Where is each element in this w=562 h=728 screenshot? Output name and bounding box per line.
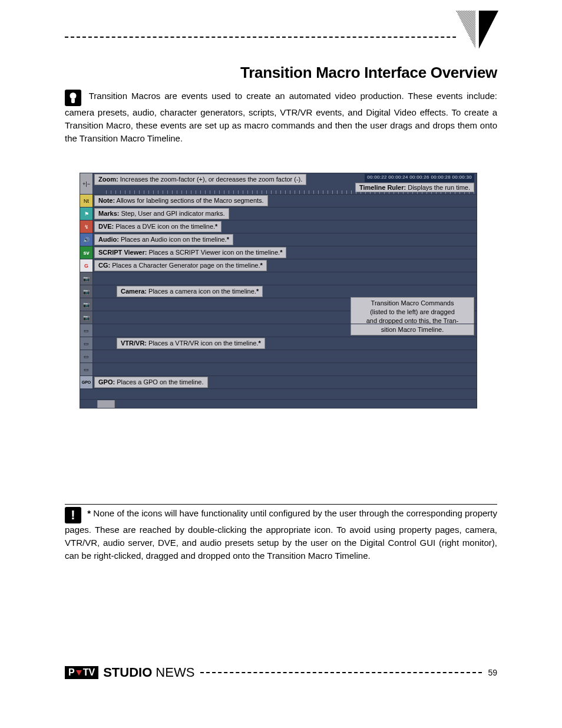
svg-marker-1: [479, 11, 498, 49]
footnote-asterisk: *: [87, 508, 91, 518]
camera-tool-icon[interactable]: 📷: [80, 272, 93, 285]
camera-tool-icon[interactable]: 📷: [80, 298, 93, 311]
vtr-tool-icon[interactable]: ▭: [80, 363, 93, 375]
top-dashed-rule: [65, 37, 497, 38]
note-tool-icon[interactable]: Nt: [80, 195, 93, 207]
row-camera-1: 📷: [80, 272, 477, 285]
vtr-tool-icon[interactable]: ▭: [80, 324, 93, 337]
row-vtr-4: ▭: [80, 363, 477, 376]
footnote-text: None of the icons will have functionalit…: [65, 508, 497, 561]
camera-tool-icon[interactable]: 📷: [80, 311, 93, 324]
footer-brand: STUDIO NEWS: [103, 665, 194, 680]
camera-tool-icon[interactable]: 📷: [80, 285, 93, 298]
row-marks: ⚑ Marks: Step, User and GPI indicator ma…: [80, 207, 477, 220]
row-camera-2: 📷 Camera: Places a camera icon on the ti…: [80, 285, 477, 298]
callout-dve: DVE: Places a DVE icon on the timeline.*: [94, 221, 222, 232]
intro-paragraph: Transition Macros are events used to cre…: [65, 90, 497, 144]
row-camera-3: 📷 Transition Macro Commands (listed to t…: [80, 298, 477, 311]
audio-tool-icon[interactable]: 🔊: [80, 233, 93, 246]
callout-marks: Marks: Step, User and GPI indicator mark…: [94, 208, 229, 219]
dve-tool-icon[interactable]: ↯: [80, 220, 93, 233]
footnote-block: ! * None of the icons will have function…: [65, 504, 497, 562]
lightbulb-icon: [65, 90, 81, 106]
row-scrollbar: [80, 400, 477, 408]
row-gpo: GPO GPO: Places a GPO on the timeline.: [80, 376, 477, 389]
page-title: Transition Macro Interface Overview: [65, 64, 497, 82]
callout-cg: CG: Places a Character Generator page on…: [94, 260, 267, 271]
row-dve: ↯ DVE: Places a DVE icon on the timeline…: [80, 220, 477, 233]
callout-gpo: GPO: Places a GPO on the timeline.: [94, 377, 208, 388]
page-footer: PTV STUDIO NEWS 59: [65, 665, 497, 680]
footer-logo-icon: PTV: [65, 666, 98, 679]
callout-note: Note: Allows for labeling sections of th…: [94, 195, 268, 206]
timeline-ruler: 00:00:22 00:00:24 00:00:26 00:00:28 00:0…: [365, 174, 474, 182]
timeline-screenshot: +|− Zoom: Increases the zoom-factor (+),…: [80, 173, 477, 409]
gpo-tool-icon[interactable]: GPO: [80, 376, 93, 388]
row-header: +|− Zoom: Increases the zoom-factor (+),…: [80, 173, 477, 195]
callout-script: SCRIPT Viewer: Places a SCRIPT Viewer ic…: [94, 247, 286, 258]
svg-marker-0: [456, 11, 475, 49]
callout-zoom: Zoom: Increases the zoom-factor (+), or …: [94, 174, 306, 185]
page-number: 59: [488, 668, 497, 677]
exclamation-icon: !: [65, 507, 81, 523]
row-vtr-3: ▭: [80, 350, 477, 363]
row-audio: 🔊 Audio: Places an Audio icon on the tim…: [80, 233, 477, 246]
row-note: Nt Note: Allows for labeling sections of…: [80, 195, 477, 207]
intro-text: Transition Macros are events used to cre…: [65, 91, 497, 143]
zoom-tool-icon[interactable]: +|−: [80, 173, 93, 194]
row-script: sv SCRIPT Viewer: Places a SCRIPT Viewer…: [80, 246, 477, 259]
callout-vtr: VTR/VR: Places a VTR/VR icon on the time…: [117, 338, 265, 349]
cg-tool-icon[interactable]: G: [80, 259, 93, 272]
vtr-tool-icon[interactable]: ▭: [80, 337, 93, 350]
ruler-ticks: [106, 190, 477, 194]
row-spacer: [80, 389, 477, 400]
row-cg: G CG: Places a Character Generator page …: [80, 259, 477, 272]
footer-dashed-rule: [200, 672, 482, 673]
row-vtr-1: ▭: [80, 324, 477, 337]
vtr-tool-icon[interactable]: ▭: [80, 350, 93, 363]
script-tool-icon[interactable]: sv: [80, 246, 93, 259]
corner-logo-icon: [456, 11, 498, 53]
callout-camera: Camera: Places a camera icon on the time…: [117, 286, 263, 297]
row-camera-4: 📷: [80, 311, 477, 324]
row-vtr-2: ▭ VTR/VR: Places a VTR/VR icon on the ti…: [80, 337, 477, 350]
callout-audio: Audio: Places an Audio icon on the timel…: [94, 234, 233, 245]
marks-tool-icon[interactable]: ⚑: [80, 207, 93, 220]
